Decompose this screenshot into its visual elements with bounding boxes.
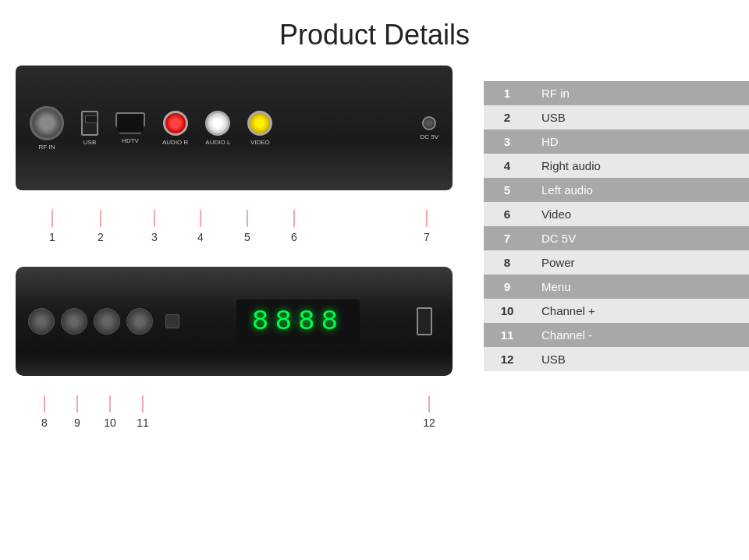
svg-text:7: 7 (424, 231, 430, 243)
row-number: 6 (484, 202, 531, 226)
table-row: 11Channel - (484, 323, 749, 347)
table-row: 2USB (484, 105, 749, 129)
row-number: 3 (484, 129, 531, 154)
row-number: 11 (484, 323, 531, 347)
port-rf: RF IN (30, 106, 64, 151)
left-side: RF IN USB HDTV AUDIO R AUDIO L (16, 66, 460, 438)
row-description: Video (531, 202, 749, 226)
back-panel-wrapper: RF IN USB HDTV AUDIO R AUDIO L (16, 66, 453, 253)
row-description: HD (531, 129, 749, 154)
row-number: 1 (484, 81, 531, 105)
table-row: 7DC 5V (484, 226, 749, 250)
usb-connector (81, 111, 98, 136)
table-row: 3HD (484, 129, 749, 154)
video-label: VIDEO (250, 139, 270, 146)
row-description: USB (531, 105, 749, 129)
svg-text:8: 8 (41, 416, 48, 429)
svg-text:2: 2 (98, 231, 104, 243)
table-row: 4Right audio (484, 154, 749, 178)
svg-text:3: 3 (151, 231, 158, 243)
front-panel-wrapper: 8888 8 9 10 11 12 (16, 267, 453, 438)
row-number: 10 (484, 299, 531, 323)
rca-yellow-connector (247, 111, 272, 136)
svg-text:12: 12 (423, 416, 435, 429)
row-description: RF in (531, 81, 749, 105)
row-number: 9 (484, 275, 531, 299)
ch-minus-button[interactable] (94, 308, 120, 335)
front-usb-port (417, 307, 432, 335)
back-panel-lines: 1 2 3 4 5 6 7 (16, 210, 453, 253)
audio-r-label: AUDIO R (162, 139, 188, 146)
port-hdmi: HDTV (115, 112, 145, 144)
row-description: Power (531, 250, 749, 275)
display-digits: 8888 (236, 299, 360, 344)
table-row: 5Left audio (484, 178, 749, 202)
table-row: 12USB (484, 347, 749, 371)
table-row: 10Channel + (484, 299, 749, 323)
row-description: DC 5V (531, 226, 749, 250)
row-number: 2 (484, 105, 531, 129)
ch-plus-button[interactable] (126, 308, 153, 335)
hdmi-label: HDTV (122, 137, 139, 144)
port-dc: DC 5V (420, 116, 438, 140)
dc-label: DC 5V (420, 133, 438, 140)
svg-text:9: 9 (74, 416, 80, 429)
rca-white-connector (205, 111, 230, 136)
front-buttons (28, 308, 153, 335)
menu-button[interactable] (61, 308, 87, 335)
row-number: 4 (484, 154, 531, 178)
svg-text:5: 5 (244, 231, 250, 243)
svg-text:4: 4 (197, 231, 204, 243)
row-number: 7 (484, 226, 531, 250)
svg-text:6: 6 (291, 231, 297, 243)
row-description: Menu (531, 275, 749, 299)
port-video: VIDEO (247, 111, 272, 146)
front-panel-lines: 8 9 10 11 12 (16, 395, 453, 438)
row-number: 12 (484, 347, 531, 371)
spec-table: 1RF in2USB3HD4Right audio5Left audio6Vid… (484, 81, 749, 371)
row-description: Right audio (531, 154, 749, 178)
audio-l-label: AUDIO L (205, 139, 230, 146)
rf-label: RF IN (39, 144, 55, 151)
row-description: USB (531, 347, 749, 371)
port-audio-r: AUDIO R (162, 111, 188, 146)
svg-text:10: 10 (104, 416, 116, 429)
table-row: 9Menu (484, 275, 749, 299)
row-description: Channel - (531, 323, 749, 347)
device-front: 8888 (16, 267, 453, 376)
page-title: Product Details (0, 0, 749, 66)
row-number: 8 (484, 250, 531, 275)
row-number: 5 (484, 178, 531, 202)
table-row: 8Power (484, 250, 749, 275)
hdmi-connector (115, 112, 145, 134)
table-row: 6Video (484, 202, 749, 226)
rf-connector (30, 106, 64, 140)
port-usb: USB (81, 111, 98, 146)
row-description: Channel + (531, 299, 749, 323)
dc-connector (422, 116, 436, 130)
display-icon (165, 314, 179, 328)
content-area: RF IN USB HDTV AUDIO R AUDIO L (0, 66, 749, 438)
row-description: Left audio (531, 178, 749, 202)
power-button[interactable] (28, 308, 55, 335)
right-side: 1RF in2USB3HD4Right audio5Left audio6Vid… (484, 66, 749, 371)
port-audio-l: AUDIO L (205, 111, 230, 146)
svg-text:11: 11 (137, 416, 149, 429)
rca-red-connector (163, 111, 188, 136)
device-back: RF IN USB HDTV AUDIO R AUDIO L (16, 66, 453, 190)
table-row: 1RF in (484, 81, 749, 105)
front-display: 8888 (187, 299, 409, 344)
usb-label: USB (83, 139, 96, 146)
svg-text:1: 1 (49, 231, 55, 243)
